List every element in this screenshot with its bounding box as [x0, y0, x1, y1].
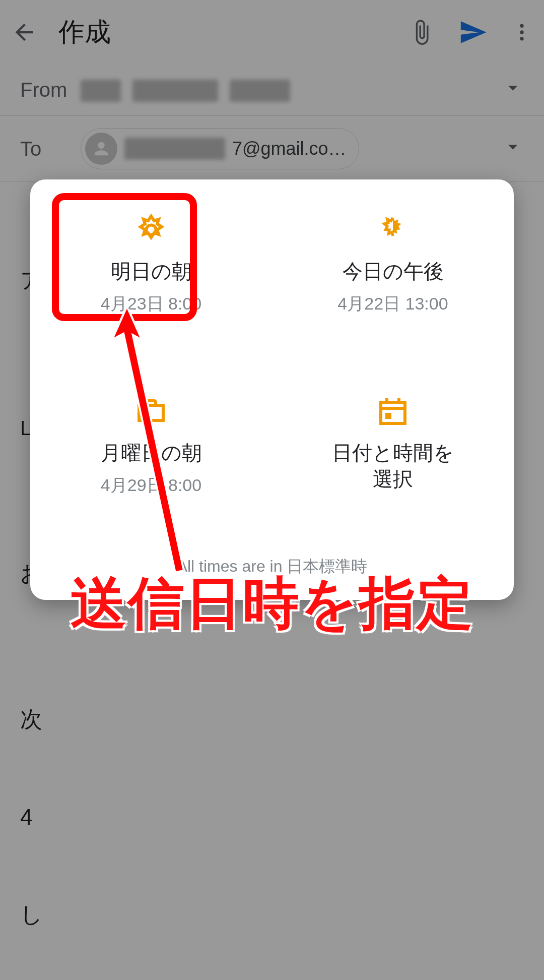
half-sun-icon	[375, 210, 411, 250]
svg-point-3	[146, 225, 156, 234]
option-monday-morning[interactable]: 月曜日の朝 4月29日 8:00	[30, 381, 272, 507]
option-label: 明日の朝	[111, 258, 192, 284]
svg-rect-4	[385, 413, 391, 419]
option-sub: 4月23日 8:00	[101, 292, 201, 316]
annotation-caption: 送信日時を指定	[0, 566, 544, 642]
option-today-afternoon[interactable]: 今日の午後 4月22日 13:00	[272, 200, 514, 326]
option-label: 今日の午後	[343, 258, 444, 284]
sun-icon	[133, 210, 169, 250]
option-sub: 4月29日 8:00	[101, 474, 201, 497]
option-tomorrow-morning[interactable]: 明日の朝 4月23日 8:00	[30, 200, 272, 326]
option-label: 月曜日の朝	[101, 440, 202, 466]
calendar-icon	[375, 391, 411, 432]
option-label: 日付と時間を 選択	[332, 440, 454, 492]
schedule-send-dialog: 明日の朝 4月23日 8:00 今日の午後 4月22日 13:00 月曜日の朝 …	[30, 179, 514, 600]
option-pick-date-time[interactable]: 日付と時間を 選択	[272, 381, 514, 507]
option-sub: 4月22日 13:00	[337, 292, 448, 316]
briefcase-icon	[133, 391, 169, 432]
